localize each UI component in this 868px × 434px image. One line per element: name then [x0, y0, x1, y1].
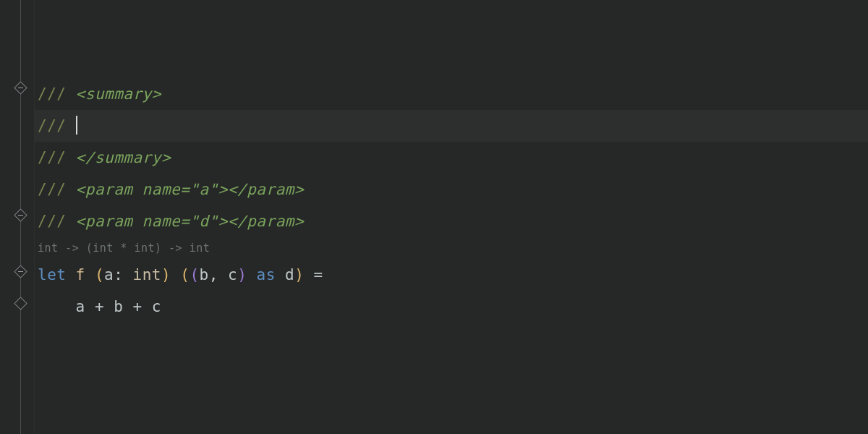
function-name: f: [76, 266, 85, 284]
xml-tag-summary-open: <summary>: [76, 85, 161, 103]
identifier: c: [152, 298, 161, 315]
xml-tag-param-close: </param>: [228, 181, 304, 198]
identifier: c: [228, 266, 237, 284]
fold-toggle-icon[interactable]: [14, 265, 27, 278]
doc-slashes: ///: [38, 213, 66, 230]
paren-close: ): [237, 266, 247, 284]
xml-attr-value: "d": [190, 213, 218, 230]
doc-slashes: ///: [38, 149, 66, 166]
fold-toggle-icon[interactable]: [14, 208, 27, 221]
xml-tag-close-bracket: >: [218, 213, 228, 230]
indent: [38, 298, 76, 315]
plus: +: [95, 298, 104, 315]
identifier: a: [76, 298, 85, 315]
identifier: d: [285, 266, 294, 284]
paren-close: ): [161, 266, 171, 284]
paren-open: (: [95, 266, 104, 284]
equals: =: [313, 266, 323, 284]
doc-slashes: ///: [38, 181, 66, 198]
colon: :: [114, 266, 123, 284]
xml-attr-value: "a": [190, 181, 218, 198]
paren-open: (: [180, 266, 190, 284]
code-line[interactable]: a + b + c: [35, 291, 868, 323]
text-cursor: [76, 116, 77, 135]
fold-end-icon[interactable]: [14, 297, 27, 310]
code-line[interactable]: /// <param name="d"></param>: [35, 205, 868, 237]
xml-tag-param-close: </param>: [228, 213, 304, 230]
type-int: int: [133, 266, 161, 284]
xml-tag-param-open: <param: [76, 213, 133, 230]
blank-line: [35, 0, 868, 78]
code-line-current[interactable]: ///: [35, 110, 868, 142]
keyword-as: as: [257, 266, 276, 284]
xml-attr-name: name=: [142, 213, 190, 230]
fold-toggle-icon[interactable]: [14, 81, 27, 94]
xml-tag-param-open: <param: [76, 181, 133, 198]
code-area[interactable]: /// <summary> /// /// </summary> /// <pa…: [35, 0, 868, 434]
paren-close: ): [294, 266, 304, 284]
code-editor[interactable]: /// <summary> /// /// </summary> /// <pa…: [0, 0, 868, 434]
identifier: a: [104, 266, 114, 284]
identifier: b: [114, 298, 123, 315]
comma: ,: [209, 266, 218, 284]
xml-tag-summary-close: </summary>: [76, 149, 171, 166]
doc-slashes: ///: [38, 85, 66, 103]
gutter: [0, 0, 35, 434]
xml-tag-close-bracket: >: [218, 181, 228, 198]
keyword-let: let: [38, 266, 66, 284]
inlay-type-hint: int -> (int * int) -> int: [35, 237, 868, 259]
doc-slashes: ///: [38, 117, 66, 135]
paren-open: (: [190, 266, 199, 284]
code-line[interactable]: /// <param name="a"></param>: [35, 174, 868, 205]
code-line[interactable]: /// </summary>: [35, 142, 868, 174]
plus: +: [133, 298, 142, 315]
xml-attr-name: name=: [142, 181, 190, 198]
code-line[interactable]: /// <summary>: [35, 78, 868, 110]
identifier: b: [200, 266, 209, 284]
code-line[interactable]: let f (a: int) ((b, c) as d) =: [35, 259, 868, 291]
